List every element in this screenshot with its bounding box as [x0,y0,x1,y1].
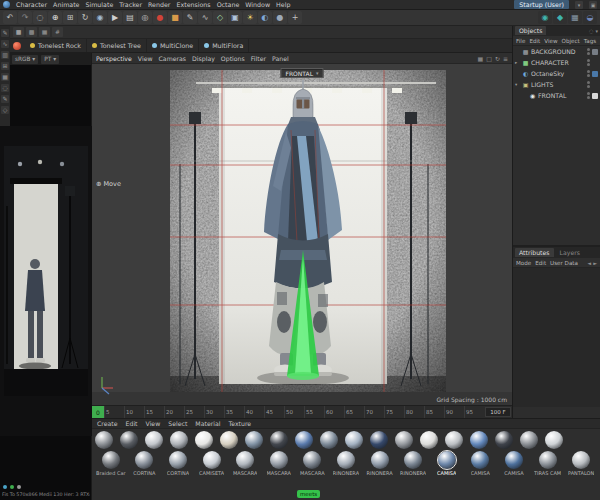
material-item[interactable]: PANTALON [564,451,598,476]
material-item[interactable]: MASCARA [262,451,296,476]
menu-item[interactable]: Tracker [119,1,142,8]
object-manager-menu-item[interactable]: File [516,38,525,44]
attribute-menu-item[interactable]: Edit [535,260,546,266]
material-thumbnail[interactable] [495,431,513,449]
pen-tool-icon[interactable]: ✎ [1,29,9,37]
material-thumbnail[interactable] [120,431,138,449]
spline-icon[interactable]: ∿ [198,11,212,24]
move-tool-icon[interactable]: ⊕ [48,11,62,24]
texture-mode-icon[interactable]: ▩ [26,27,37,37]
expand-arrow-icon[interactable]: ▸ [515,60,520,65]
material-thumbnail[interactable] [370,431,388,449]
points-mode-icon[interactable]: ◇ [1,106,9,114]
object-tree-row[interactable]: ◉ FRONTAL [513,90,600,101]
material-menu-item[interactable]: Edit [126,420,138,427]
lasso-tool-icon[interactable]: ◌ [1,84,9,92]
object-tag-icon[interactable] [592,49,598,55]
timeline-ruler[interactable]: 5 10 15 20 25 30 35 40 45 50 55 60 [104,406,484,418]
menu-item[interactable]: Simulate [85,1,113,8]
material-thumbnail[interactable] [270,431,288,449]
viewport-menu-item[interactable]: Cameras [159,55,187,62]
brush-tool-icon[interactable]: ✎ [1,95,9,103]
magnet-tool-icon[interactable]: ∿ [1,40,9,48]
maximize-view-icon[interactable]: □ [486,55,492,62]
material-thumbnail[interactable] [445,431,463,449]
record-icon[interactable]: ● [153,11,167,24]
coord-system-icon[interactable]: ◉ [93,11,107,24]
material-item[interactable]: CAMISA [430,451,464,476]
live-viewer-dropdown[interactable]: sRGB ▾ [12,55,38,64]
material-item[interactable]: CAMISA [497,451,531,476]
material-thumbnail[interactable] [520,431,538,449]
visibility-dots-icon[interactable] [587,59,590,66]
model-mode-icon[interactable]: ■ [13,27,24,37]
shelf-button[interactable]: Tonelest Tree [87,39,147,52]
material-item[interactable]: MASCARA [228,451,262,476]
menu-item[interactable]: Extensions [176,1,210,8]
render-picture-icon[interactable]: ▤ [123,11,137,24]
material-thumbnail[interactable] [295,431,313,449]
material-menu-item[interactable]: Select [168,420,187,427]
expand-arrow-icon[interactable]: ▾ [515,82,520,87]
material-thumbnail[interactable] [170,431,188,449]
visibility-dots-icon[interactable] [587,81,590,88]
menu-item[interactable]: Character [16,1,47,8]
material-menu-item[interactable]: Texture [228,420,251,427]
visibility-dots-icon[interactable] [587,48,590,55]
selection-tool-icon[interactable]: ◌ [33,11,47,24]
rotate-tool-icon[interactable]: ↻ [78,11,92,24]
material-item[interactable]: CAMISETA [195,451,229,476]
octane-logo-icon[interactable] [13,42,21,50]
redo-icon[interactable]: ↷ [18,11,32,24]
layout-dropdown-icon[interactable]: ▾ [575,1,583,9]
material-item[interactable]: CAMISA [464,451,498,476]
team-render-icon[interactable]: ▦ [568,11,582,24]
viewport-menu-item[interactable]: View [138,55,153,62]
attribute-menu-item[interactable]: Mode [516,260,531,266]
panel-toggle-icon[interactable]: ▣ [589,1,597,9]
layout-tab-startup[interactable]: Startup (User) [514,0,569,9]
menu-item[interactable]: Render [148,1,170,8]
axis-icon[interactable]: + [288,11,302,24]
octane-node-icon[interactable]: ◆ [553,11,567,24]
attribute-menu-item[interactable]: User Data [550,260,578,266]
viewport-menu-item[interactable]: Panel [272,55,289,62]
material-item[interactable]: MASCARA [296,451,330,476]
material-item[interactable]: RINONERA [329,451,363,476]
axis-lock-icon[interactable]: ⊞ [1,62,9,70]
interface-icon[interactable]: ◒ [583,11,597,24]
material-item[interactable]: CORTINA [161,451,195,476]
octane-live-icon[interactable]: ◉ [538,11,552,24]
material-ball-icon[interactable]: ● [273,11,287,24]
scale-tool-icon[interactable]: ⊞ [63,11,77,24]
material-thumbnail[interactable] [195,431,213,449]
history-forward-icon[interactable]: ► [593,260,597,266]
material-thumbnail[interactable] [420,431,438,449]
viewport-canvas[interactable] [92,64,512,405]
workplane-icon[interactable]: ▦ [39,27,50,37]
material-item[interactable]: RINONERA [396,451,430,476]
material-menu-item[interactable]: Create [97,420,118,427]
cube-primitive-icon[interactable]: ■ [168,11,182,24]
material-item[interactable]: CORTINA [128,451,162,476]
visibility-dots-icon[interactable] [587,70,590,77]
render-settings-icon[interactable]: ◎ [138,11,152,24]
search-icon[interactable]: ◌ [589,28,593,34]
object-manager-menu-item[interactable]: Edit [529,38,540,44]
visibility-dots-icon[interactable] [587,92,590,99]
object-tree-row[interactable]: ◐ OctaneSky [513,68,600,79]
end-frame-field[interactable]: 100 F [485,407,511,417]
object-tree-row[interactable]: ▾ ▣ LIGHTS [513,79,600,90]
app-logo-icon[interactable] [3,1,10,8]
menu-item[interactable]: Window [245,1,270,8]
material-thumbnail[interactable] [95,431,113,449]
object-tag-icon[interactable] [592,93,598,99]
refresh-view-icon[interactable]: ↻ [495,55,500,62]
subdivision-icon[interactable]: ◇ [213,11,227,24]
menu-item[interactable]: Help [276,1,290,8]
shelf-button[interactable]: MultiClone [147,39,199,52]
menu-item[interactable]: Animate [53,1,79,8]
light-object-icon[interactable]: ☀ [243,11,257,24]
grid-tool-icon[interactable]: ▦ [1,73,9,81]
viewport-menu-item[interactable]: Display [192,55,215,62]
